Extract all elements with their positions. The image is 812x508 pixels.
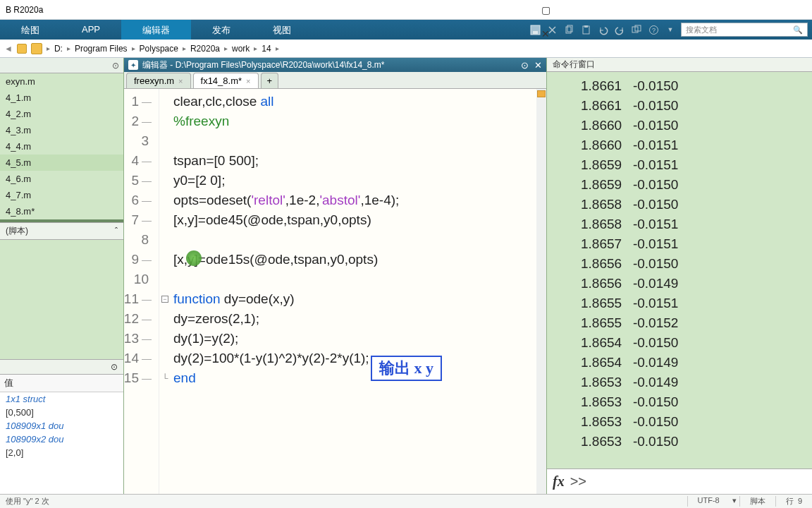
line-number[interactable]: 10 xyxy=(124,270,152,289)
code-line[interactable]: clear,clc,close all xyxy=(173,92,542,111)
command-prompt[interactable]: fx >> xyxy=(547,468,812,494)
search-icon[interactable]: 🔍 xyxy=(793,25,803,35)
editor-tab-0[interactable]: freexyn.m× xyxy=(126,73,191,88)
line-number[interactable]: 13— xyxy=(124,329,152,349)
command-window-output[interactable]: 1.8661 -0.01501.8661 -0.01501.8660 -0.01… xyxy=(547,72,812,468)
line-number[interactable]: 2— xyxy=(124,111,152,131)
tab-close-icon[interactable]: × xyxy=(178,77,183,85)
status-arrow-icon[interactable]: ▾ xyxy=(730,496,739,507)
breadcrumb-4[interactable]: work xyxy=(232,44,250,54)
code-line[interactable]: opts=odeset('reltol',1e-2,'abstol',1e-4)… xyxy=(173,190,542,210)
line-number[interactable]: 15— xyxy=(124,368,152,388)
code-editor[interactable]: 1—2—34—5—6—7—89—1011—12—13—14—15— −└ 输出 … xyxy=(124,89,546,494)
workspace-value[interactable]: [0,500] xyxy=(0,406,123,419)
breadcrumb-1[interactable]: Program Files xyxy=(75,44,128,54)
code-line[interactable]: dy(2)=100*(1-y(1)^2)*y(2)-2*y(1); xyxy=(173,349,542,368)
address-bar[interactable]: ◄ ▸ D:▸Program Files▸Polyspace▸R2020a▸wo… xyxy=(0,40,812,58)
toolstrip-tab-4[interactable]: 视图 xyxy=(252,20,312,40)
code-line[interactable]: function dy=ode(x,y) xyxy=(173,289,542,309)
output-row: 1.8660 -0.0151 xyxy=(555,135,804,155)
help-icon[interactable]: ? xyxy=(647,23,660,36)
fx-icon[interactable]: fx xyxy=(553,473,565,490)
breadcrumb-5[interactable]: 14 xyxy=(262,44,271,54)
line-number[interactable]: 9— xyxy=(124,250,152,270)
svg-rect-1 xyxy=(533,31,538,34)
code-line[interactable]: %freexyn xyxy=(173,111,542,131)
code-line[interactable] xyxy=(173,131,542,151)
maximize-button[interactable]: ▢ xyxy=(541,4,806,16)
file-list[interactable]: exyn.m4_1.m4_2.m4_3.m4_4.m4_5.m4_6.m4_7.… xyxy=(0,73,123,219)
file-item[interactable]: 4_7.m xyxy=(0,187,123,203)
code-line[interactable]: [x,y]=ode45(@ode,tspan,y0,opts) xyxy=(173,210,542,230)
code-line[interactable] xyxy=(173,230,542,250)
tab-close-icon[interactable]: × xyxy=(246,77,250,85)
line-number[interactable]: 3 xyxy=(124,131,152,151)
code-line[interactable] xyxy=(173,270,542,289)
file-item[interactable]: 4_3.m xyxy=(0,122,123,138)
fold-icon[interactable]: − xyxy=(159,289,171,309)
prompt-chevrons: >> xyxy=(570,473,586,490)
line-number[interactable]: 6— xyxy=(124,190,152,210)
search-input[interactable]: 搜索文档 🔍 xyxy=(681,23,808,37)
dock-icon[interactable]: ⊙ xyxy=(521,60,529,71)
breadcrumb-3[interactable]: R2020a xyxy=(190,44,220,54)
output-row: 1.8658 -0.0151 xyxy=(555,214,804,234)
file-item[interactable]: 4_4.m xyxy=(0,138,123,155)
save-icon[interactable] xyxy=(529,23,541,36)
collapse-icon[interactable]: ˆ xyxy=(115,226,118,236)
line-number[interactable]: 12— xyxy=(124,309,152,329)
line-number[interactable]: 4— xyxy=(124,151,152,171)
breadcrumb-0[interactable]: D: xyxy=(54,44,63,54)
editor-close-icon[interactable]: ✕ xyxy=(534,60,542,71)
line-number[interactable]: 8 xyxy=(124,230,152,250)
line-number[interactable]: 1— xyxy=(124,92,152,111)
status-bar: 使用 "y" 2 次 UTF-8 ▾ 脚本 行 9 xyxy=(0,494,812,508)
line-number[interactable]: 11— xyxy=(124,289,152,309)
left-panel: ⊙ exyn.m4_1.m4_2.m4_3.m4_4.m4_5.m4_6.m4_… xyxy=(0,58,124,494)
toolstrip-tab-3[interactable]: 发布 xyxy=(191,20,252,40)
code-line[interactable]: end xyxy=(173,368,542,388)
workspace-value[interactable]: 108909x2 dou xyxy=(0,433,123,446)
folder-icon[interactable] xyxy=(31,43,42,54)
file-item[interactable]: 4_5.m xyxy=(0,155,123,171)
line-number[interactable]: 5— xyxy=(124,171,152,190)
new-tab-button[interactable]: + xyxy=(261,73,279,88)
toolstrip-tab-0[interactable]: 绘图 xyxy=(0,20,61,40)
code-line[interactable]: tspan=[0 500]; xyxy=(173,151,542,171)
panel-menu-icon-2[interactable]: ⊙ xyxy=(111,362,118,372)
cut-icon[interactable] xyxy=(546,23,558,36)
file-item[interactable]: 4_8.m* xyxy=(0,203,123,219)
code-line[interactable]: y0=[2 0]; xyxy=(173,171,542,190)
code-line[interactable]: [x,y]=ode15s(@ode,tspan,y0,opts) xyxy=(173,250,542,270)
workspace-value[interactable]: [2,0] xyxy=(0,446,123,459)
status-message: 使用 "y" 2 次 xyxy=(0,496,55,507)
copy-icon[interactable] xyxy=(562,23,575,36)
breadcrumb-2[interactable]: Polyspace xyxy=(140,44,178,54)
code-line[interactable]: dy(1)=y(2); xyxy=(173,329,542,349)
redo-icon[interactable] xyxy=(613,23,626,36)
workspace-value[interactable]: 108909x1 dou xyxy=(0,419,123,433)
line-number[interactable]: 7— xyxy=(124,210,152,230)
annotation-overlay: 输出 x y xyxy=(371,356,442,381)
editor-title-bar[interactable]: ✦ 编辑器 - D:\Program Files\Polyspace\R2020… xyxy=(124,58,546,72)
file-item[interactable]: exyn.m xyxy=(0,73,123,90)
switch-windows-icon[interactable] xyxy=(630,23,643,36)
workspace-value[interactable]: 1x1 struct xyxy=(0,392,123,406)
toolstrip-tab-2[interactable]: 编辑器 xyxy=(121,20,191,40)
toolstrip-tab-1[interactable]: APP xyxy=(61,20,121,40)
editor-tabs[interactable]: freexyn.m×fx14_8.m*×+ xyxy=(124,72,546,89)
line-number[interactable]: 14— xyxy=(124,349,152,368)
panel-menu-icon[interactable]: ⊙ xyxy=(112,61,119,71)
editor-tab-1[interactable]: fx14_8.m*× xyxy=(193,73,259,88)
workspace-table[interactable]: 值 1x1 struct[0,500]108909x1 dou108909x2 … xyxy=(0,375,123,494)
editor-scrollbar[interactable] xyxy=(536,89,546,494)
dropdown-icon[interactable]: ▼ xyxy=(664,23,677,36)
file-item[interactable]: 4_2.m xyxy=(0,106,123,122)
paste-icon[interactable] xyxy=(579,23,592,36)
file-item[interactable]: 4_1.m xyxy=(0,90,123,106)
code-line[interactable]: dy=zeros(2,1); xyxy=(173,309,542,329)
undo-icon[interactable] xyxy=(596,23,609,36)
file-item[interactable]: 4_6.m xyxy=(0,171,123,187)
back-icon[interactable]: ◄ xyxy=(4,44,13,54)
history-icon[interactable] xyxy=(17,44,27,54)
